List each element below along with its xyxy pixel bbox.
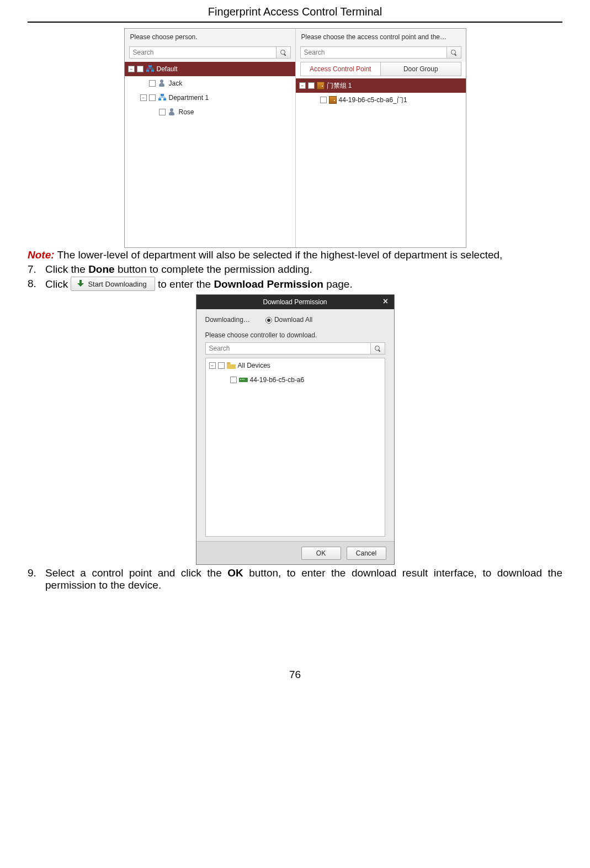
tree-row-group[interactable]: − 门禁组 1: [296, 78, 466, 93]
note-line: Note: The lower-level of department will…: [28, 249, 562, 261]
step-text: Click the: [45, 263, 88, 275]
tree-row-door[interactable]: 44-19-b6-c5-cb-a6_门1: [296, 93, 466, 107]
search-button[interactable]: [371, 342, 385, 354]
svg-rect-0: [148, 65, 152, 67]
ok-button[interactable]: OK: [301, 547, 341, 560]
door-group-icon: [317, 82, 325, 89]
step-text: button to complete the permission adding…: [115, 263, 312, 275]
step-bold: Download Permission: [214, 278, 323, 290]
search-input[interactable]: [205, 342, 371, 354]
checkbox[interactable]: [159, 109, 166, 115]
person-tree: − Default Jack − Department: [125, 62, 295, 247]
tree-label: 44-19-b6-c5-cb-a6_门1: [339, 96, 407, 105]
search-button[interactable]: [447, 46, 461, 59]
step-number: 8.: [28, 278, 45, 292]
tree-label: 门禁组 1: [327, 81, 352, 91]
checkbox[interactable]: [149, 94, 156, 101]
step-number: 9.: [28, 567, 45, 591]
tree-row-device[interactable]: 44-19-b6-c5-cb-a6: [206, 373, 385, 387]
tree-row-all-devices[interactable]: − All Devices: [206, 358, 385, 373]
collapse-icon[interactable]: −: [128, 66, 135, 72]
screenshot-person-access-selection: Please choose person. − Default Jack: [124, 28, 466, 248]
download-all-option[interactable]: Download All: [265, 316, 312, 324]
tree-row-rose[interactable]: Rose: [125, 105, 295, 119]
button-label: Start Downloading: [88, 280, 146, 288]
step-text: to enter the: [158, 278, 214, 290]
tree-label: 44-19-b6-c5-cb-a6: [250, 376, 305, 384]
tab-door-group[interactable]: Door Group: [381, 62, 461, 76]
panel-choose-person: Please choose person. − Default Jack: [125, 29, 295, 247]
step-9: 9. Select a control point and click the …: [28, 567, 562, 591]
tree-label: Department 1: [169, 94, 209, 102]
page-number: 76: [28, 669, 562, 681]
search-icon: [375, 346, 380, 351]
svg-rect-2: [151, 70, 154, 72]
screenshot-download-permission-dialog: Download Permission × Downloading… Downl…: [196, 294, 395, 565]
panel-header: Please choose the access control point a…: [296, 29, 466, 44]
step-number: 7.: [28, 263, 45, 276]
svg-rect-6: [227, 362, 230, 364]
tabs: Access Control Point Door Group: [300, 62, 461, 76]
tab-access-control-point[interactable]: Access Control Point: [301, 62, 381, 76]
search-icon: [451, 50, 456, 55]
step-bold: OK: [227, 567, 243, 579]
svg-rect-3: [161, 94, 164, 96]
checkbox[interactable]: [137, 66, 143, 72]
dialog-subheader: Please choose controller to download.: [205, 331, 385, 339]
person-icon: [168, 108, 177, 116]
org-icon: [146, 65, 155, 73]
downloading-label: Downloading…: [205, 316, 250, 324]
panel-choose-access-point: Please choose the access control point a…: [295, 29, 466, 247]
note-text: The lower-level of department will also …: [55, 249, 503, 261]
collapse-icon[interactable]: −: [209, 362, 216, 369]
search-input[interactable]: [300, 46, 447, 59]
checkbox[interactable]: [320, 97, 327, 103]
collapse-icon[interactable]: −: [299, 82, 306, 89]
tree-label: Rose: [179, 108, 194, 116]
radio-label: Download All: [274, 316, 312, 324]
tree-row-department1[interactable]: − Department 1: [125, 91, 295, 105]
step-text: page.: [323, 278, 353, 290]
tree-label: Jack: [169, 80, 183, 87]
folder-icon: [227, 362, 236, 369]
svg-rect-1: [146, 70, 149, 72]
svg-rect-4: [158, 98, 161, 100]
checkbox[interactable]: [149, 80, 156, 87]
step-text: Click: [45, 278, 71, 290]
collapse-icon[interactable]: −: [140, 94, 147, 101]
step-bold: Done: [88, 263, 115, 275]
start-downloading-button[interactable]: Start Downloading: [71, 277, 155, 291]
note-prefix: Note:: [28, 249, 55, 261]
search-button[interactable]: [277, 46, 291, 59]
controller-tree: − All Devices 44-19-b6-c5-cb-a6: [205, 358, 385, 537]
checkbox[interactable]: [230, 377, 237, 383]
cancel-button[interactable]: Cancel: [347, 547, 386, 560]
dialog-footer: OK Cancel: [196, 541, 394, 564]
step-8: 8. Click Start Downloading to enter the …: [28, 278, 562, 292]
dialog-titlebar: Download Permission ×: [196, 295, 394, 309]
org-icon: [158, 94, 167, 102]
checkbox[interactable]: [218, 362, 225, 369]
person-icon: [158, 80, 167, 87]
svg-rect-5: [163, 98, 166, 100]
radio-on-icon: [265, 317, 272, 324]
page-title: Fingerprint Access Control Terminal: [28, 6, 562, 23]
dialog-title: Download Permission: [263, 298, 327, 306]
step-text: Select a control point and click the: [45, 567, 227, 579]
panel-header: Please choose person.: [125, 29, 295, 44]
download-arrow-icon: [77, 280, 84, 288]
door-icon: [329, 96, 337, 104]
tree-label: All Devices: [238, 362, 270, 369]
tree-row-default[interactable]: − Default: [125, 62, 295, 76]
access-tree: − 门禁组 1 44-19-b6-c5-cb-a6_门1: [296, 78, 466, 247]
search-input[interactable]: [129, 46, 277, 59]
step-7: 7. Click the Done button to complete the…: [28, 263, 562, 276]
close-button[interactable]: ×: [381, 297, 391, 306]
tree-row-jack[interactable]: Jack: [125, 76, 295, 91]
search-icon: [280, 50, 286, 55]
device-icon: [239, 377, 248, 383]
checkbox[interactable]: [308, 82, 315, 89]
tree-label: Default: [157, 65, 178, 73]
